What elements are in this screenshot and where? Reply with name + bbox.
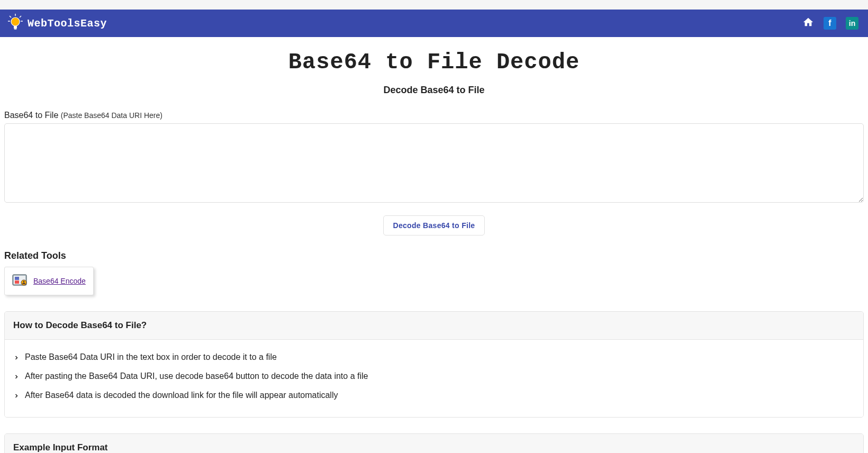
svg-rect-10 <box>15 277 19 280</box>
input-hint: (Paste Base64 Data URI Here) <box>61 111 162 120</box>
svg-rect-11 <box>15 280 19 284</box>
howto-step-text: Paste Base64 Data URI in the text box in… <box>25 352 277 362</box>
navbar: WebToolsEasy f in <box>0 10 868 37</box>
home-icon[interactable] <box>802 16 814 30</box>
howto-list: Paste Base64 Data URI in the text box in… <box>13 348 855 405</box>
page-title: Base64 to File Decode <box>0 37 868 85</box>
howto-step: After Base64 data is decoded the downloa… <box>13 386 855 405</box>
related-tool-link[interactable]: Base64 Encode <box>33 277 86 285</box>
input-label-row: Base64 to File (Paste Base64 Data URI He… <box>0 111 868 120</box>
howto-step: Paste Base64 Data URI in the text box in… <box>13 348 855 367</box>
brand-name: WebToolsEasy <box>28 17 107 30</box>
facebook-link[interactable]: f <box>824 17 836 30</box>
howto-heading: How to Decode Base64 to File? <box>5 312 863 340</box>
example-heading: Example Input Format <box>5 434 863 453</box>
howto-card: How to Decode Base64 to File? Paste Base… <box>4 311 864 418</box>
chevron-right-icon <box>13 352 20 363</box>
nav-right: f in <box>802 16 858 30</box>
input-label: Base64 to File <box>4 111 58 120</box>
main-content: Base64 to File Decode Decode Base64 to F… <box>0 37 868 453</box>
chevron-right-icon <box>13 372 20 382</box>
file-image-icon <box>12 273 28 289</box>
howto-step-text: After Base64 data is decoded the downloa… <box>25 391 338 400</box>
svg-point-5 <box>11 17 20 26</box>
svg-rect-7 <box>14 29 17 30</box>
related-tools-heading: Related Tools <box>0 240 868 267</box>
howto-step: After pasting the Base64 Data URI, use d… <box>13 367 855 386</box>
howto-step-text: After pasting the Base64 Data URI, use d… <box>25 372 368 381</box>
svg-line-1 <box>10 16 11 17</box>
page-subtitle: Decode Base64 to File <box>0 85 868 96</box>
svg-point-13 <box>23 280 24 282</box>
lightbulb-icon <box>7 13 23 33</box>
linkedin-link[interactable]: in <box>846 17 858 30</box>
brand[interactable]: WebToolsEasy <box>7 13 107 33</box>
decode-button[interactable]: Decode Base64 to File <box>383 215 485 235</box>
page-top-gap <box>0 0 868 10</box>
example-card: Example Input Format <box>4 433 864 453</box>
chevron-right-icon <box>13 391 20 401</box>
related-tool-card[interactable]: Base64 Encode <box>4 267 94 295</box>
svg-rect-6 <box>14 26 17 29</box>
svg-line-2 <box>20 16 21 17</box>
base64-input[interactable] <box>4 123 864 203</box>
action-row: Decode Base64 to File <box>0 203 868 240</box>
